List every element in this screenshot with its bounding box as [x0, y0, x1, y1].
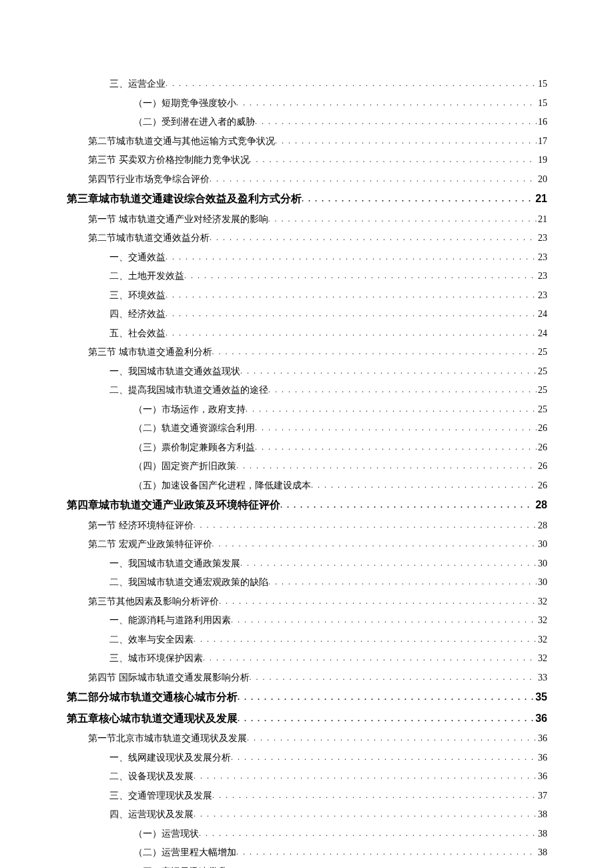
toc-entry-page: 24 — [537, 326, 547, 340]
toc-entry: 三、环境效益 . . . . . . . . . . . . . . . . .… — [109, 288, 547, 302]
toc-entry: 第五章核心城市轨道交通现状及发展 . . . . . . . . . . . .… — [67, 711, 547, 727]
toc-entry-page: 25 — [537, 345, 547, 359]
toc-leader-dots: . . . . . . . . . . . . . . . . . . . . … — [199, 827, 537, 839]
toc-entry-title: 二、设备现状及发展 — [109, 769, 194, 783]
toc-entry: 一、能源消耗与道路利用因素 . . . . . . . . . . . . . … — [109, 613, 547, 627]
toc-leader-dots: . . . . . . . . . . . . . . . . . . . . … — [246, 403, 537, 415]
toc-entry: 第四节 国际城市轨道交通发展影响分析 . . . . . . . . . . .… — [88, 671, 547, 685]
table-of-contents: 三、运营企业 . . . . . . . . . . . . . . . . .… — [67, 77, 547, 868]
toc-entry: 二、设备现状及发展 . . . . . . . . . . . . . . . … — [109, 769, 547, 783]
toc-entry-page: 15 — [537, 77, 547, 91]
toc-entry-title: （四）固定资产折旧政策 — [133, 459, 236, 473]
toc-entry-page: 21 — [534, 191, 547, 207]
toc-leader-dots: . . . . . . . . . . . . . . . . . . . . … — [227, 865, 537, 869]
toc-entry: 第二节城市轨道交通效益分析 . . . . . . . . . . . . . … — [88, 231, 547, 245]
toc-entry: 第四节行业市场竞争综合评价 . . . . . . . . . . . . . … — [88, 172, 547, 186]
toc-entry-page: 17 — [537, 134, 547, 148]
toc-entry-page: 15 — [537, 96, 547, 110]
toc-leader-dots: . . . . . . . . . . . . . . . . . . . . … — [231, 751, 537, 763]
toc-entry-page: 38 — [537, 807, 547, 821]
toc-entry-title: 一、能源消耗与道路利用因素 — [109, 613, 231, 627]
toc-entry-title: 第四节 国际城市轨道交通发展影响分析 — [88, 671, 250, 685]
toc-entry-page: 30 — [537, 575, 547, 589]
toc-entry-page: 26 — [537, 421, 547, 435]
toc-entry: 第二节 宏观产业政策特征评价 . . . . . . . . . . . . .… — [88, 537, 547, 551]
toc-entry: 一、交通效益 . . . . . . . . . . . . . . . . .… — [109, 250, 547, 264]
toc-entry-page: 28 — [537, 518, 547, 532]
toc-leader-dots: . . . . . . . . . . . . . . . . . . . . … — [275, 135, 537, 147]
toc-page: 三、运营企业 . . . . . . . . . . . . . . . . .… — [0, 0, 614, 868]
toc-entry-page: 16 — [537, 115, 547, 129]
toc-leader-dots: . . . . . . . . . . . . . . . . . . . . … — [210, 173, 537, 185]
toc-leader-dots: . . . . . . . . . . . . . . . . . . . . … — [194, 770, 537, 782]
toc-entry-page: 25 — [537, 402, 547, 416]
toc-leader-dots: . . . . . . . . . . . . . . . . . . . . … — [238, 691, 534, 703]
toc-entry: 第二部分城市轨道交通核心城市分析 . . . . . . . . . . . .… — [67, 689, 547, 705]
toc-leader-dots: . . . . . . . . . . . . . . . . . . . . … — [194, 808, 537, 820]
toc-entry-title: 四、运营现状及发展 — [109, 807, 194, 821]
toc-entry: 三、城市环境保护因素 . . . . . . . . . . . . . . .… — [109, 651, 547, 665]
toc-leader-dots: . . . . . . . . . . . . . . . . . . . . … — [240, 365, 537, 377]
toc-entry-page: 30 — [537, 537, 547, 551]
toc-entry-page: 19 — [537, 153, 547, 167]
toc-leader-dots: . . . . . . . . . . . . . . . . . . . . … — [166, 327, 537, 339]
toc-entry: （三）票价制定兼顾各方利益 . . . . . . . . . . . . . … — [133, 440, 547, 454]
toc-entry-page: 23 — [537, 288, 547, 302]
toc-entry: 二、土地开发效益 . . . . . . . . . . . . . . . .… — [109, 269, 547, 283]
toc-entry: 第三节 城市轨道交通盈利分析 . . . . . . . . . . . . .… — [88, 345, 547, 359]
toc-leader-dots: . . . . . . . . . . . . . . . . . . . . … — [236, 846, 537, 858]
toc-leader-dots: . . . . . . . . . . . . . . . . . . . . … — [268, 213, 537, 225]
toc-entry-title: 第一节北京市城市轨道交通现状及发展 — [88, 731, 247, 745]
toc-entry: 二、提高我国城市轨道交通效益的途径 . . . . . . . . . . . … — [109, 383, 547, 397]
toc-entry-page: 26 — [537, 459, 547, 473]
toc-entry: 第二节城市轨道交通与其他运输方式竞争状况 . . . . . . . . . .… — [88, 134, 547, 148]
toc-leader-dots: . . . . . . . . . . . . . . . . . . . . … — [268, 384, 537, 396]
toc-entry: 第四章城市轨道交通产业政策及环境特征评价 . . . . . . . . . .… — [67, 497, 547, 513]
toc-entry-title: 二、我国城市轨道交通宏观政策的缺陷 — [109, 575, 268, 589]
toc-entry: 三、运营企业 . . . . . . . . . . . . . . . . .… — [109, 77, 547, 91]
toc-entry: （四）固定资产折旧政策 . . . . . . . . . . . . . . … — [133, 459, 547, 473]
toc-leader-dots: . . . . . . . . . . . . . . . . . . . . … — [268, 576, 537, 588]
toc-leader-dots: . . . . . . . . . . . . . . . . . . . . … — [255, 422, 537, 434]
toc-entry-page: 26 — [537, 440, 547, 454]
toc-entry-title: 一、交通效益 — [109, 250, 166, 264]
toc-entry-title: 三、运营企业 — [109, 77, 166, 91]
toc-entry: 第三节其他因素及影响分析评价 . . . . . . . . . . . . .… — [88, 594, 547, 608]
toc-entry-title: （三）票价制定兼顾各方利益 — [133, 440, 255, 454]
toc-entry-title: 第二节城市轨道交通效益分析 — [88, 231, 210, 245]
toc-entry-title: 一、我国城市轨道交通政策发展 — [109, 556, 240, 570]
toc-entry: 第三章城市轨道交通建设综合效益及盈利方式分析 . . . . . . . . .… — [67, 191, 547, 207]
toc-entry-page: 25 — [537, 383, 547, 397]
toc-entry-title: （一）短期竞争强度较小 — [133, 96, 236, 110]
toc-entry-page: 36 — [534, 711, 547, 727]
toc-entry-title: 四、经济效益 — [109, 307, 166, 321]
toc-entry: 第一节 城市轨道交通产业对经济发展的影响 . . . . . . . . . .… — [88, 212, 547, 226]
toc-entry-title: 第五章核心城市轨道交通现状及发展 — [67, 711, 238, 727]
toc-leader-dots: . . . . . . . . . . . . . . . . . . . . … — [240, 557, 537, 569]
toc-entry-page: 26 — [537, 478, 547, 492]
toc-entry-title: 一、线网建设现状及发展分析 — [109, 751, 231, 765]
toc-leader-dots: . . . . . . . . . . . . . . . . . . . . … — [231, 614, 537, 626]
toc-entry-page: 30 — [537, 556, 547, 570]
toc-entry-title: 第三节其他因素及影响分析评价 — [88, 594, 219, 608]
toc-entry-title: （二）轨道交通资源综合利用 — [133, 421, 255, 435]
toc-entry-title: （一）市场运作，政府支持 — [133, 402, 246, 416]
toc-entry-title: （三）客运量迅速攀升 — [133, 865, 227, 869]
toc-entry: 三、交通管理现状及发展 . . . . . . . . . . . . . . … — [109, 789, 547, 803]
toc-entry-page: 32 — [537, 613, 547, 627]
toc-entry-page: 32 — [537, 594, 547, 608]
toc-leader-dots: . . . . . . . . . . . . . . . . . . . . … — [247, 732, 537, 744]
toc-entry-title: （二）运营里程大幅增加 — [133, 845, 236, 859]
toc-entry-page: 24 — [537, 307, 547, 321]
toc-entry: 五、社会效益 . . . . . . . . . . . . . . . . .… — [109, 326, 547, 340]
toc-entry: （一）运营现状 . . . . . . . . . . . . . . . . … — [133, 827, 547, 841]
toc-entry: （二）运营里程大幅增加 . . . . . . . . . . . . . . … — [133, 845, 547, 859]
toc-entry: 一、我国城市轨道交通政策发展 . . . . . . . . . . . . .… — [109, 556, 547, 570]
toc-leader-dots: . . . . . . . . . . . . . . . . . . . . … — [311, 479, 537, 491]
toc-entry-page: 20 — [537, 172, 547, 186]
toc-leader-dots: . . . . . . . . . . . . . . . . . . . . … — [194, 633, 537, 645]
toc-entry-title: 三、城市环境保护因素 — [109, 651, 203, 665]
toc-entry-page: 21 — [537, 212, 547, 226]
toc-entry: 四、运营现状及发展 . . . . . . . . . . . . . . . … — [109, 807, 547, 821]
toc-entry-title: 二、提高我国城市轨道交通效益的途径 — [109, 383, 268, 397]
